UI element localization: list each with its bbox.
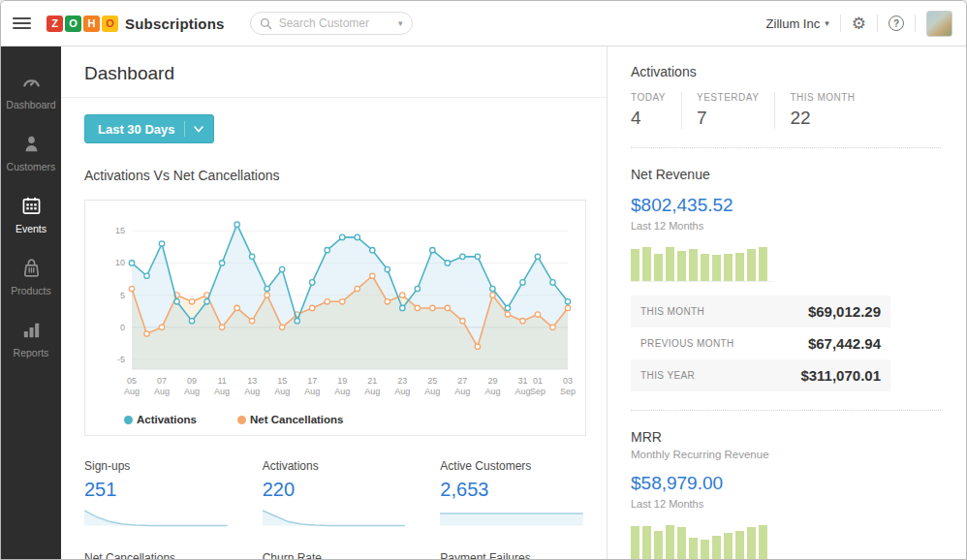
kpi-value: 2,653	[440, 479, 583, 501]
mini-bar	[759, 247, 767, 281]
mrr-amount: $58,979.00	[631, 473, 941, 494]
sidebar-item-dashboard[interactable]: Dashboard	[1, 60, 61, 122]
revenue-row-value: $311,070.01	[800, 367, 881, 384]
kpi-payment-failures: Payment Failures196	[440, 551, 583, 560]
topbar: ZOHO Subscriptions Search Customer ▾ Zil…	[1, 1, 966, 47]
revenue-row-this-month: THIS MONTH$69,012.29	[631, 296, 890, 327]
kpi-churn-rate: Churn Rate3.33%	[263, 551, 406, 560]
svg-text:31Aug: 31Aug	[515, 376, 530, 396]
kpi-value: 220	[263, 479, 406, 501]
revenue-row-this-year: THIS YEAR$311,070.01	[631, 359, 890, 391]
stat-value: 22	[790, 108, 855, 129]
kpi-label: Net Cancellations	[84, 551, 228, 560]
basket-icon	[20, 257, 43, 279]
calendar-icon	[20, 195, 43, 217]
zoho-logo[interactable]: ZOHO	[47, 16, 118, 32]
date-range-button[interactable]: Last 30 Days	[84, 114, 214, 143]
activations-summary: TODAY4YESTERDAY7THIS MONTH22	[631, 92, 941, 129]
app-window: ZOHO Subscriptions Search Customer ▾ Zil…	[0, 0, 967, 560]
legend-item[interactable]: Activations	[124, 414, 197, 425]
kpi-net-cancellations: Net Cancellations83	[84, 551, 228, 560]
revenue-row-label: PREVIOUS MONTH	[640, 338, 734, 349]
legend-dot	[124, 416, 133, 424]
kpi-label: Payment Failures	[440, 551, 583, 560]
svg-text:5: 5	[120, 291, 125, 300]
divider	[631, 147, 941, 148]
sidebar-item-reports[interactable]: Reports	[1, 308, 61, 370]
sidebar-item-products[interactable]: Products	[1, 246, 61, 308]
kpi-stats-grid: Sign-ups251Activations220Active Customer…	[84, 459, 583, 560]
menu-icon[interactable]	[13, 17, 31, 30]
date-range-label: Last 30 Days	[98, 122, 175, 137]
zoho-logo-tile: O	[102, 16, 118, 32]
mrr-subtitle: Monthly Recurring Revenue	[631, 449, 941, 460]
legend-dot	[237, 416, 246, 424]
revenue-row-value: $69,012.29	[808, 303, 881, 320]
sidebar-item-customers[interactable]: Customers	[1, 122, 61, 184]
chart-card: -505101505Aug07Aug09Aug11Aug13Aug15Aug17…	[84, 200, 586, 436]
mini-bar	[759, 525, 767, 559]
svg-text:03Sep: 03Sep	[560, 376, 576, 396]
avatar[interactable]	[926, 11, 952, 37]
revenue-row-previous-month: PREVIOUS MONTH$67,442.94	[631, 327, 890, 359]
mrr-title: MRR	[631, 429, 941, 445]
svg-text:21Aug: 21Aug	[364, 376, 380, 396]
kpi-sparkline	[263, 509, 406, 528]
divider	[631, 410, 941, 411]
sidebar-item-label: Events	[16, 223, 47, 234]
legend-item[interactable]: Net Cancellations	[237, 414, 344, 425]
person-icon	[20, 133, 43, 155]
kpi-label: Sign-ups	[84, 459, 228, 473]
svg-text:05Aug: 05Aug	[124, 376, 140, 396]
mini-bar	[724, 254, 733, 281]
svg-text:23Aug: 23Aug	[394, 376, 410, 396]
net-revenue-bar-chart	[631, 246, 774, 282]
stat-value: 4	[631, 108, 666, 129]
activation-stat-yesterday: YESTERDAY7	[681, 92, 774, 129]
net-revenue-rows: THIS MONTH$69,012.29PREVIOUS MONTH$67,44…	[631, 296, 890, 391]
search-chevron-down-icon[interactable]: ▾	[398, 18, 403, 28]
main-body: Last 30 Days Activations Vs Net Cancella…	[61, 98, 607, 560]
kpi-activations: Activations220	[263, 459, 406, 528]
divider	[877, 15, 878, 32]
bar-chart-icon	[20, 319, 43, 341]
mini-bar	[677, 527, 686, 559]
svg-text:13Aug: 13Aug	[244, 376, 260, 396]
legend-label: Activations	[137, 414, 197, 425]
mini-bar	[735, 253, 744, 282]
org-switcher[interactable]: Zillum Inc ▾	[766, 16, 829, 31]
activations-vs-cancellations-chart: -505101505Aug07Aug09Aug11Aug13Aug15Aug17…	[93, 208, 577, 408]
svg-text:01Sep: 01Sep	[530, 376, 546, 396]
sidebar-item-label: Customers	[7, 161, 56, 172]
mini-bar	[631, 249, 639, 281]
sidebar-item-label: Products	[11, 285, 50, 296]
revenue-row-label: THIS YEAR	[640, 370, 695, 381]
mini-bar	[677, 251, 686, 281]
kpi-label: Active Customers	[440, 459, 583, 473]
sidebar: DashboardCustomersEventsProductsReports	[1, 47, 61, 560]
svg-text:15Aug: 15Aug	[274, 376, 290, 396]
kpi-sign-ups: Sign-ups251	[84, 459, 228, 528]
net-revenue-title: Net Revenue	[631, 167, 941, 182]
chart-legend: ActivationsNet Cancellations	[93, 412, 577, 425]
search-input[interactable]: Search Customer ▾	[250, 12, 413, 35]
page-header: Dashboard	[61, 47, 607, 98]
revenue-row-label: THIS MONTH	[640, 306, 704, 317]
org-chevron-down-icon: ▾	[825, 18, 829, 28]
gear-icon[interactable]: ⚙	[852, 16, 866, 32]
help-icon[interactable]: ?	[889, 16, 904, 31]
mini-bar	[701, 540, 709, 559]
kpi-sparkline	[440, 509, 583, 528]
sidebar-item-events[interactable]: Events	[1, 184, 61, 246]
mini-bar	[666, 525, 674, 559]
svg-text:19Aug: 19Aug	[334, 376, 350, 396]
mrr-bar-chart	[631, 524, 774, 560]
kpi-value: 251	[84, 479, 228, 501]
stat-label: THIS MONTH	[790, 92, 855, 103]
divider	[915, 15, 916, 32]
zoho-logo-tile: H	[83, 16, 100, 32]
activation-stat-this-month: THIS MONTH22	[774, 92, 870, 129]
app-body: DashboardCustomersEventsProductsReports …	[1, 47, 966, 560]
net-revenue-caption: Last 12 Months	[631, 220, 941, 232]
mini-bar	[654, 254, 663, 281]
